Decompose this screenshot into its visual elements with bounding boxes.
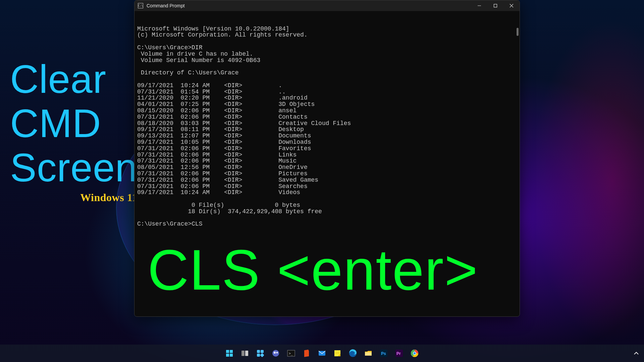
term-prompt-cls: C:\Users\Grace>CLS	[137, 221, 202, 227]
taskbar-premiere-icon[interactable]: Pr	[393, 348, 405, 359]
minimize-icon	[477, 4, 481, 8]
tutorial-title-line3: Screen	[10, 145, 138, 190]
svg-rect-7	[230, 354, 233, 357]
dir-listing: 09/17/2021 10:24 AM <DIR> . 07/31/2021 0…	[137, 82, 351, 196]
chevron-up-icon[interactable]	[633, 350, 639, 356]
term-header2: (c) Microsoft Corporation. All rights re…	[137, 32, 308, 38]
taskbar[interactable]: >_PsPr	[0, 345, 644, 362]
maximize-button[interactable]	[487, 0, 503, 11]
minimize-button[interactable]	[471, 0, 487, 11]
maximize-icon	[493, 4, 497, 8]
tutorial-command-overlay: CLS <enter>	[148, 241, 478, 298]
tutorial-title: Clear CMD Screen Windows 11	[10, 57, 138, 204]
svg-rect-1	[494, 4, 497, 7]
svg-text:>_: >_	[289, 352, 293, 356]
term-summary1: 0 File(s) 0 bytes	[137, 202, 300, 208]
svg-rect-13	[260, 353, 264, 357]
term-header1: Microsoft Windows [Version 10.0.22000.18…	[137, 25, 289, 32]
svg-rect-22	[365, 352, 372, 356]
taskbar-teams-icon[interactable]	[270, 348, 281, 359]
svg-point-14	[272, 350, 279, 357]
svg-point-30	[413, 352, 416, 354]
svg-rect-4	[226, 350, 229, 353]
svg-rect-12	[257, 354, 260, 357]
window-titlebar[interactable]: C:\ Command Prompt	[135, 0, 520, 11]
svg-rect-10	[257, 350, 260, 353]
svg-rect-9	[245, 351, 248, 356]
taskbar-edge-icon[interactable]	[347, 348, 359, 359]
term-prompt-dir: C:\Users\Grace>DIR	[137, 44, 202, 51]
term-vol1: Volume in drive C has no label.	[137, 51, 253, 57]
svg-rect-6	[226, 354, 229, 357]
scrollbar-thumb[interactable]	[517, 28, 519, 36]
svg-text:Ps: Ps	[381, 351, 386, 356]
svg-point-15	[274, 352, 276, 354]
svg-rect-8	[241, 351, 245, 356]
taskbar-photoshop-icon[interactable]: Ps	[378, 348, 389, 359]
term-summary2: 18 Dir(s) 374,422,929,408 bytes free	[137, 208, 322, 215]
window-title: Command Prompt	[147, 3, 185, 8]
taskbar-mail-icon[interactable]	[316, 348, 328, 359]
close-icon	[509, 4, 514, 8]
svg-text:Pr: Pr	[396, 351, 401, 356]
tutorial-subtitle: Windows 11	[10, 192, 138, 204]
close-button[interactable]	[503, 0, 520, 11]
taskbar-chrome-icon[interactable]	[409, 348, 420, 359]
taskbar-widgets-icon[interactable]	[255, 348, 266, 359]
taskbar-task-view-icon[interactable]	[239, 348, 251, 359]
taskbar-sticky-notes-icon[interactable]	[332, 348, 343, 359]
svg-rect-11	[261, 350, 264, 353]
svg-point-16	[276, 352, 278, 354]
taskbar-terminal-icon[interactable]: >_	[285, 348, 297, 359]
tutorial-title-line2: CMD	[10, 101, 138, 145]
tutorial-title-line1: Clear	[10, 57, 138, 101]
svg-rect-5	[230, 350, 233, 353]
taskbar-start-icon[interactable]	[224, 348, 235, 359]
taskbar-office-icon[interactable]	[301, 348, 312, 359]
term-vol2: Volume Serial Number is 4092-0B63	[137, 57, 260, 64]
taskbar-explorer-icon[interactable]	[363, 348, 374, 359]
command-prompt-icon: C:\	[138, 3, 143, 8]
system-tray[interactable]	[633, 345, 639, 362]
term-dir-of: Directory of C:\Users\Grace	[137, 69, 238, 76]
